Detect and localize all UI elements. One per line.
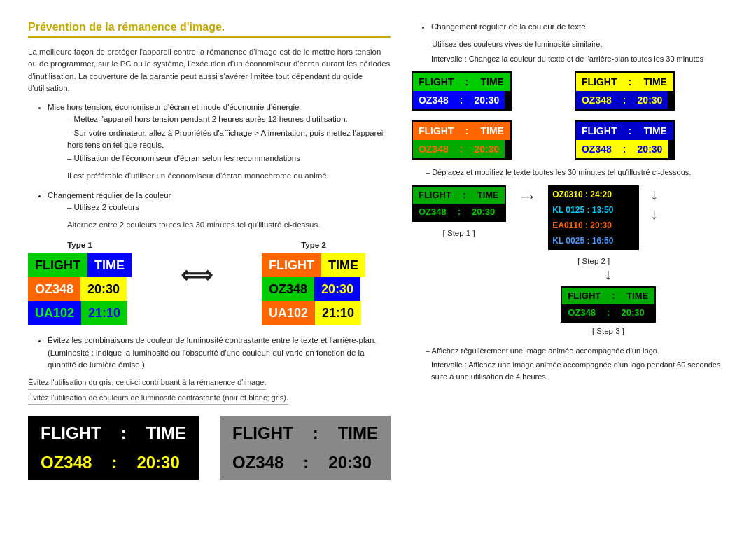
type1-board: FLIGHT TIME OZ348 20:30 UA102 21:10 (28, 253, 132, 325)
cell: : (303, 419, 328, 448)
cell: FLIGHT (31, 419, 111, 448)
cell: FLIGHT (576, 122, 623, 140)
bottom-board-black: FLIGHT : TIME OZ348 : 20:30 (28, 416, 199, 480)
cell: FLIGHT (262, 253, 321, 277)
cell: FLIGHT (562, 288, 606, 304)
step3-area: ↓ FLIGHT : TIME OZ348 : 20:30 [ Step 3 ] (489, 265, 728, 335)
bullet1-note: Il est préférable d'utiliser un économis… (67, 170, 391, 182)
double-arrow-icon: ⟺ (181, 262, 213, 288)
anim-detail: Intervalle : Affichez une image animée a… (431, 359, 728, 382)
dash-item: Mettez l'appareil hors tension pendant 2… (67, 113, 391, 125)
steps-area: FLIGHT : TIME OZ348 : 20:30 [ Step 1 ] → (412, 185, 728, 265)
cell: : (460, 73, 475, 91)
cell: : (293, 448, 318, 477)
bullet2: Changement régulier de la couleur Utilis… (48, 190, 391, 232)
cell: OZ348 (31, 448, 102, 477)
section-title: Prévention de la rémanence d'image. (28, 21, 391, 38)
cell: UA102 (28, 301, 81, 325)
cell: FLIGHT (223, 419, 303, 448)
bullet3: Évitez les combinaisons de couleur de lu… (48, 335, 391, 371)
arrow-down-step3-icon: ↓ (604, 265, 612, 283)
step1-col: FLIGHT : TIME OZ348 : 20:30 [ Step 1 ] (412, 185, 506, 237)
dash-item: Utilisez 2 couleurs (67, 202, 391, 213)
cell: : (454, 91, 469, 109)
step2-board: OZ0310 : 24:20 KL 0125 : 13:50 EA0110 : … (548, 185, 639, 250)
type1-label: Type 1 (28, 241, 132, 249)
cell: TIME (88, 253, 132, 277)
cell: : (601, 304, 615, 321)
step2-line4: KL 0025 : 16:50 (552, 236, 613, 246)
board-green-blue: FLIGHT : TIME OZ348 : 20:30 (412, 71, 565, 111)
cell: : (623, 122, 638, 140)
cell: 20:30 (318, 448, 381, 477)
cell: OZ348 (223, 448, 293, 477)
cell: TIME (474, 73, 510, 91)
step-note: Déplacez et modifiez le texte toutes les… (426, 167, 728, 178)
cell: TIME (621, 288, 654, 304)
right-bullet1: Changement régulier de la couleur de tex… (431, 21, 728, 33)
cell: : (606, 288, 620, 304)
right-dash1: Utilisez des couleurs vives de luminosit… (426, 38, 728, 50)
cell: : (457, 187, 471, 204)
arrow-area: ⟺ (174, 262, 220, 288)
board-blue-yellow: FLIGHT : TIME OZ348 : 20:30 (575, 120, 728, 160)
step3-board: FLIGHT : TIME OZ348 : 20:30 (561, 286, 655, 323)
arrow-right-icon: → (517, 185, 537, 208)
step2-line3: EA0110 : 20:30 (552, 220, 612, 230)
right-boards-grid: FLIGHT : TIME OZ348 : 20:30 FLIGHT (412, 71, 728, 160)
cell: 21:10 (81, 301, 127, 325)
cell: 20:30 (468, 140, 505, 158)
cell: : (454, 140, 469, 158)
arrow-down-icon: ↓ (650, 185, 658, 204)
cell: OZ348 (413, 91, 454, 109)
cell: 20:30 (127, 448, 189, 477)
step-arrow-right: → (517, 185, 537, 208)
cell: FLIGHT (28, 253, 88, 277)
arrow-down-icon: ↓ (650, 205, 658, 223)
cell: 20:30 (615, 304, 650, 321)
cell: 21:10 (315, 301, 361, 325)
bullet1: Mise hors tension, économiseur d'écran e… (48, 101, 391, 183)
anim-note: Affichez régulièrement une image animée … (426, 345, 728, 357)
cell: FLIGHT (413, 122, 460, 140)
down-arrows: ↓ ↓ (650, 185, 658, 223)
cell: 20:30 (80, 277, 127, 301)
step1-label: [ Step 1 ] (443, 229, 475, 237)
cell: TIME (474, 122, 510, 140)
type2-label: Type 2 (262, 241, 365, 249)
cell: OZ348 (413, 140, 454, 158)
cell: : (102, 448, 127, 477)
cell: OZ348 (413, 204, 452, 220)
step3-label: [ Step 3 ] (592, 327, 624, 335)
step2-line2: KL 0125 : 13:50 (552, 205, 613, 215)
cell: FLIGHT (576, 73, 623, 91)
cell: : (623, 73, 638, 91)
cell: 20:30 (631, 140, 668, 158)
cell: : (111, 419, 136, 448)
note2: Évitez l'utilisation de couleurs de lumi… (28, 392, 391, 405)
bullet2-note: Alternez entre 2 couleurs toutes les 30 … (67, 219, 391, 231)
cell: OZ348 (576, 91, 617, 109)
right-interval-note: Intervalle : Changez la couleur du texte… (431, 53, 728, 65)
step2-label: [ Step 2 ] (578, 257, 610, 265)
cell: TIME (637, 73, 673, 91)
board-yellow-blue: FLIGHT : TIME OZ348 : 20:30 (575, 71, 728, 111)
cell: TIME (471, 187, 505, 204)
cell: FLIGHT (413, 187, 457, 204)
cell: OZ348 (562, 304, 601, 321)
cell: : (460, 122, 475, 140)
cell: 20:30 (466, 204, 500, 220)
cell: : (617, 140, 632, 158)
cell: TIME (321, 253, 365, 277)
cell: : (452, 204, 466, 220)
intro-text: La meilleure façon de protéger l'apparei… (28, 46, 391, 94)
step2-col: OZ0310 : 24:20 KL 0125 : 13:50 EA0110 : … (548, 185, 639, 265)
type2-board: FLIGHT TIME OZ348 20:30 UA102 21:10 (262, 253, 365, 325)
cell: TIME (328, 419, 388, 448)
bottom-board-gray: FLIGHT : TIME OZ348 : 20:30 (220, 416, 391, 480)
step1-board: FLIGHT : TIME OZ348 : 20:30 (412, 185, 506, 222)
cell: 20:30 (631, 91, 668, 109)
board-orange-green: FLIGHT : TIME OZ348 : 20:30 (412, 120, 565, 160)
cell: FLIGHT (413, 73, 460, 91)
cell: OZ348 (28, 277, 80, 301)
